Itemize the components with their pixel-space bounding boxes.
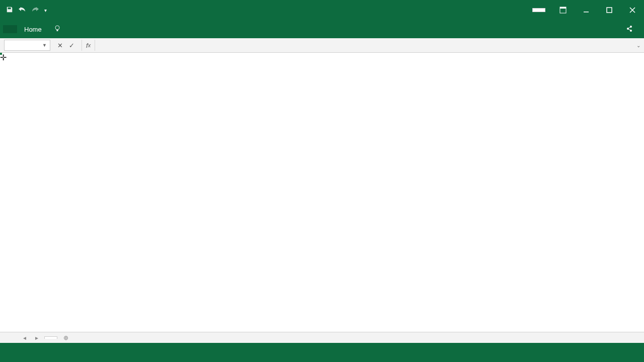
- title-bar: ▾: [0, 0, 644, 20]
- undo-icon[interactable]: [18, 6, 26, 15]
- close-icon[interactable]: [621, 0, 644, 20]
- fx-icon[interactable]: fx: [82, 40, 95, 51]
- svg-rect-1: [560, 7, 566, 9]
- quick-access-toolbar: ▾: [0, 6, 47, 15]
- tell-me[interactable]: [54, 25, 65, 34]
- tab-file[interactable]: [3, 25, 17, 33]
- svg-point-4: [55, 26, 59, 30]
- qat-customize-icon[interactable]: ▾: [44, 8, 47, 13]
- sheet-nav-next-icon[interactable]: ▸: [32, 334, 41, 341]
- lightbulb-icon: [54, 25, 61, 34]
- maximize-icon[interactable]: [598, 0, 621, 20]
- sheet-tab[interactable]: [44, 336, 57, 339]
- svg-rect-5: [56, 30, 58, 31]
- cell-cursor-icon: ✛: [0, 53, 7, 62]
- enter-formula-icon[interactable]: ✓: [69, 42, 74, 49]
- tab-home[interactable]: Home: [17, 22, 49, 37]
- cancel-formula-icon[interactable]: ✕: [57, 42, 63, 49]
- name-box[interactable]: ▼: [4, 40, 50, 51]
- formula-bar: ▼ ✕ ✓ fx ⌄: [0, 38, 644, 53]
- svg-rect-3: [607, 8, 612, 13]
- worksheet-grid[interactable]: ✛: [0, 53, 644, 339]
- active-cell-outline: [0, 53, 2, 55]
- ribbon-options-icon[interactable]: [551, 0, 575, 20]
- save-icon[interactable]: [6, 6, 13, 15]
- svg-rect-2: [584, 12, 589, 13]
- new-sheet-icon[interactable]: ⊕: [60, 334, 71, 341]
- ribbon-tabs: Home: [0, 20, 644, 38]
- minimize-icon[interactable]: [575, 0, 598, 20]
- sign-in-button[interactable]: [532, 8, 545, 12]
- sheet-tab-bar: ◂ ▸ ⊕: [0, 332, 644, 343]
- redo-icon[interactable]: [31, 6, 39, 15]
- chevron-down-icon[interactable]: ▼: [42, 43, 47, 48]
- share-button[interactable]: [621, 25, 641, 34]
- share-icon: [626, 25, 633, 34]
- footer-banner: [0, 343, 644, 362]
- sheet-nav-prev-icon[interactable]: ◂: [20, 334, 29, 341]
- expand-formula-icon[interactable]: ⌄: [633, 43, 644, 48]
